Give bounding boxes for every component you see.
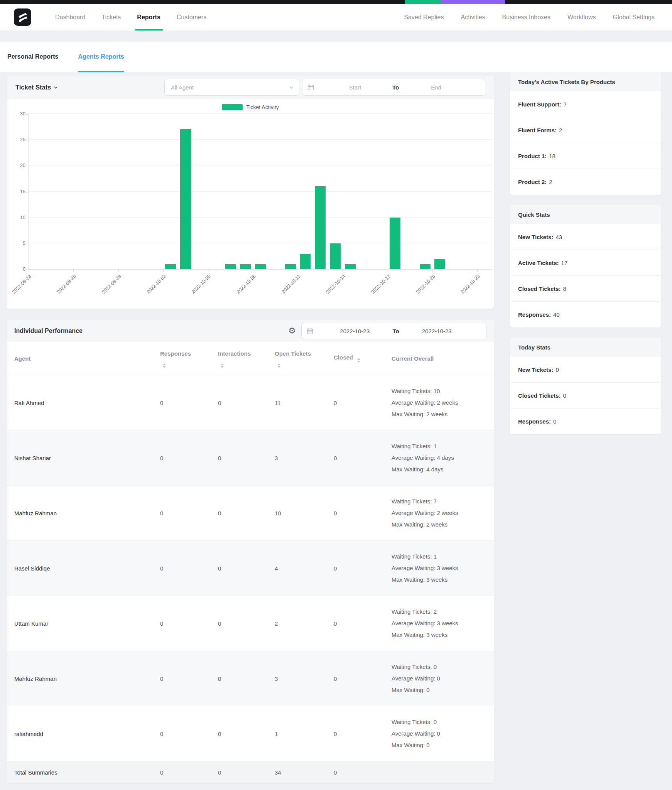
ticket-stats-title-dropdown[interactable]: Ticket Stats [15, 84, 58, 91]
column-header-open-tickets[interactable]: Open Tickets [275, 349, 334, 368]
current-overall-cell: Waiting Tickets: 1Average Waiting: 3 wee… [392, 551, 486, 586]
stat-value: 18 [549, 153, 555, 159]
sort-icon[interactable] [221, 363, 224, 368]
agent-name: Rasel Siddiqe [14, 565, 160, 572]
tab-agents-reports[interactable]: Agents Reports [78, 42, 124, 72]
interactions-value: 0 [218, 455, 275, 461]
agent-name: Mahfuz Rahman [14, 510, 160, 517]
y-axis-tick [26, 270, 28, 270]
nav-item-reports[interactable]: Reports [137, 4, 160, 30]
x-axis-tick [118, 270, 119, 272]
sidebar-card-title: Quick Stats [510, 205, 661, 224]
top-strip-purple-segment [440, 0, 505, 4]
stat-value: 2 [549, 179, 552, 185]
max-waiting-line: Max Waiting: 0 [392, 739, 486, 751]
nav-item-saved-replies[interactable]: Saved Replies [404, 4, 444, 30]
sort-down-icon [163, 366, 166, 368]
sidebar-stat-item: Closed Tickets:8 [510, 276, 661, 302]
stat-label: Product 1: [518, 153, 547, 159]
interactions-value: 0 [218, 400, 275, 406]
sidebar-stat-item: Fluent Forms:2 [510, 117, 661, 143]
x-axis-tick [253, 270, 253, 272]
y-axis-label: 20 [10, 163, 25, 168]
interactions-value: 0 [218, 620, 275, 627]
nav-item-business-inboxes[interactable]: Business Inboxes [502, 4, 550, 30]
stat-label: Responses: [518, 418, 551, 425]
current-overall-cell: Waiting Tickets: 1Average Waiting: 4 day… [392, 441, 486, 475]
nav-item-workflows[interactable]: Workflows [567, 4, 596, 30]
x-axis-tick [29, 270, 29, 272]
chart-bar [315, 186, 326, 269]
sort-up-icon [163, 363, 166, 365]
nav-item-dashboard[interactable]: Dashboard [55, 4, 85, 30]
chart-bar [420, 264, 431, 269]
column-header-interactions[interactable]: Interactions [218, 349, 275, 368]
nav-item-global-settings[interactable]: Global Settings [613, 4, 655, 30]
max-waiting-line: Max Waiting: 3 weeks [392, 629, 486, 641]
x-axis-label: 2022-10-02 [133, 273, 167, 308]
closed-value: 0 [334, 510, 392, 517]
chart-date-range-picker[interactable]: Start To End [302, 79, 485, 96]
y-gridline [29, 165, 492, 165]
date-start-input[interactable]: Start [318, 84, 392, 91]
table-row: Mahfuz Rahman00100Waiting Tickets: 7Aver… [7, 486, 494, 541]
average-waiting-line: Average Waiting: 2 weeks [392, 397, 486, 409]
chart-legend[interactable]: Ticket Activity [221, 104, 279, 110]
open-tickets-value: 3 [275, 675, 334, 682]
fluent-support-logo-icon [14, 8, 31, 26]
y-gridline [29, 243, 492, 243]
tab-personal-reports[interactable]: Personal Reports [7, 42, 58, 72]
column-header-responses[interactable]: Responses [160, 349, 218, 368]
nav-left-group: DashboardTicketsReportsCustomers [55, 4, 206, 30]
agent-filter-select[interactable]: All Agent [164, 79, 299, 96]
nav-item-activities[interactable]: Activities [461, 4, 485, 30]
table-row: rafiahmedd0010Waiting Tickets: 0Average … [7, 706, 494, 761]
performance-date-from[interactable]: 2022-10-23 [317, 328, 392, 334]
responses-value: 0 [160, 510, 218, 517]
stat-value: 43 [555, 234, 562, 240]
nav-item-tickets[interactable]: Tickets [101, 4, 121, 30]
chart-bar [165, 264, 176, 269]
total-closed: 0 [334, 769, 392, 776]
nav-item-customers[interactable]: Customers [177, 4, 206, 30]
date-range-to-label: To [392, 84, 399, 91]
stat-value: 40 [553, 311, 560, 318]
calendar-icon [307, 328, 313, 334]
chart-bar [285, 264, 296, 269]
column-header-label: Interactions [218, 349, 257, 368]
performance-date-to[interactable]: 2022-10-23 [399, 328, 474, 334]
responses-value: 0 [160, 675, 218, 682]
max-waiting-line: Max Waiting: 4 days [392, 464, 486, 475]
y-axis-label: 10 [10, 215, 25, 220]
sort-up-icon [221, 363, 224, 365]
column-header-closed[interactable]: Closed [334, 354, 392, 363]
interactions-value: 0 [218, 675, 275, 682]
column-header-label: Agent [14, 355, 31, 362]
sort-icon[interactable] [163, 363, 166, 368]
max-waiting-line: Max Waiting: 3 weeks [392, 574, 486, 586]
sort-icon[interactable] [357, 358, 360, 363]
column-header-label: Closed [334, 354, 360, 361]
x-axis-tick [432, 270, 433, 272]
gear-icon[interactable]: ⚙ [288, 327, 296, 335]
interactions-value: 0 [218, 565, 275, 572]
stat-label: Closed Tickets: [518, 392, 561, 399]
open-tickets-value: 11 [275, 400, 334, 406]
waiting-tickets-line: Waiting Tickets: 0 [392, 661, 486, 673]
calendar-icon [307, 84, 314, 91]
x-axis-label: 2022-10-20 [402, 273, 436, 308]
average-waiting-line: Average Waiting: 2 weeks [392, 507, 486, 519]
responses-value: 0 [160, 565, 218, 572]
stat-value: 0 [553, 418, 556, 425]
date-end-input[interactable]: End [399, 84, 473, 91]
average-waiting-line: Average Waiting: 0 [392, 673, 486, 684]
stats-sidebar: Today's Active Tickets By ProductsFluent… [510, 72, 661, 444]
performance-date-range-picker[interactable]: 2022-10-23 To 2022-10-23 [301, 323, 486, 339]
sort-icon[interactable] [277, 363, 280, 368]
chart-plot-area: 0510152025302022-09-232022-09-262022-09-… [28, 114, 492, 270]
sidebar-card-today-stats: Today StatsNew Tickets:0Closed Tickets:0… [510, 338, 661, 434]
performance-table-body: Rafi Ahmed00110Waiting Tickets: 10Averag… [7, 375, 494, 761]
waiting-tickets-line: Waiting Tickets: 7 [392, 496, 486, 507]
current-overall-cell: Waiting Tickets: 10Average Waiting: 2 we… [392, 385, 486, 420]
chart-bar [240, 264, 251, 269]
